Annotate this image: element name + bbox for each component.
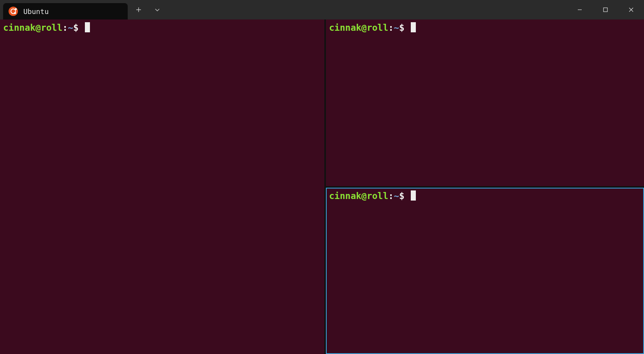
cursor <box>411 22 416 32</box>
close-icon <box>113 7 122 16</box>
pane-bottom-right[interactable]: cinnak@roll:~$ <box>326 188 644 354</box>
prompt-userhost: cinnak@roll <box>329 23 388 33</box>
prompt-path: ~ <box>68 23 73 33</box>
window-close-button[interactable] <box>618 0 644 19</box>
titlebar-drag-region[interactable] <box>168 0 567 19</box>
shell-prompt: cinnak@roll:~$ <box>3 22 321 34</box>
maximize-icon <box>603 7 608 12</box>
prompt-colon: : <box>388 191 394 201</box>
prompt-dollar: $ <box>399 23 405 33</box>
shell-prompt: cinnak@roll:~$ <box>329 22 641 34</box>
prompt-userhost: cinnak@roll <box>3 23 62 33</box>
cursor <box>411 190 416 201</box>
prompt-colon: : <box>62 23 68 33</box>
prompt-dollar: $ <box>399 191 405 201</box>
tab-title: Ubuntu <box>23 7 107 16</box>
pane-right-column: cinnak@roll:~$ cinnak@roll:~$ <box>326 19 644 354</box>
tab-dropdown-button[interactable] <box>148 2 167 18</box>
chevron-down-icon <box>154 6 161 13</box>
minimize-icon <box>577 7 582 12</box>
tab-close-button[interactable] <box>113 7 122 16</box>
shell-prompt: cinnak@roll:~$ <box>329 190 641 202</box>
tab-ubuntu[interactable]: Ubuntu <box>3 3 128 19</box>
svg-rect-0 <box>604 8 607 12</box>
tabstrip: Ubuntu <box>0 0 128 19</box>
maximize-button[interactable] <box>593 0 618 19</box>
prompt-dollar: $ <box>73 23 79 33</box>
pane-top-right[interactable]: cinnak@roll:~$ <box>326 19 644 188</box>
pane-container: cinnak@roll:~$ cinnak@roll:~$ cinnak@rol… <box>0 19 644 354</box>
plus-icon <box>135 6 142 13</box>
prompt-path: ~ <box>394 23 399 33</box>
prompt-path: ~ <box>394 191 399 201</box>
new-tab-button[interactable] <box>129 2 148 18</box>
pane-left[interactable]: cinnak@roll:~$ <box>0 19 326 354</box>
prompt-userhost: cinnak@roll <box>329 191 388 201</box>
tabstrip-controls <box>128 0 168 19</box>
cursor <box>85 22 90 32</box>
prompt-colon: : <box>388 23 394 33</box>
ubuntu-icon <box>9 7 18 16</box>
minimize-button[interactable] <box>567 0 593 19</box>
titlebar: Ubuntu <box>0 0 644 19</box>
terminal-window: Ubuntu <box>0 0 644 354</box>
close-icon <box>628 7 634 12</box>
window-controls <box>567 0 644 19</box>
